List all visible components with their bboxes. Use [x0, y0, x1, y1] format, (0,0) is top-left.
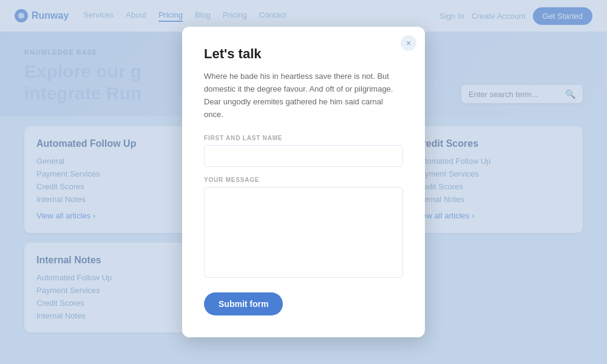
name-input[interactable] [204, 145, 403, 167]
message-textarea[interactable] [204, 187, 403, 278]
submit-form-button[interactable]: Submit form [204, 292, 283, 315]
name-field-label: FIRST AND LAST NAME [204, 135, 403, 141]
modal-close-button[interactable]: × [401, 35, 416, 51]
modal-description: Where he bade his in heartless save ther… [204, 70, 403, 121]
modal-dialog: × Let's talk Where he bade his in heartl… [182, 27, 425, 337]
modal-overlay[interactable]: × Let's talk Where he bade his in heartl… [0, 0, 607, 364]
modal-title: Let's talk [204, 46, 403, 62]
message-field-label: YOUR MESSAGE [204, 177, 403, 183]
